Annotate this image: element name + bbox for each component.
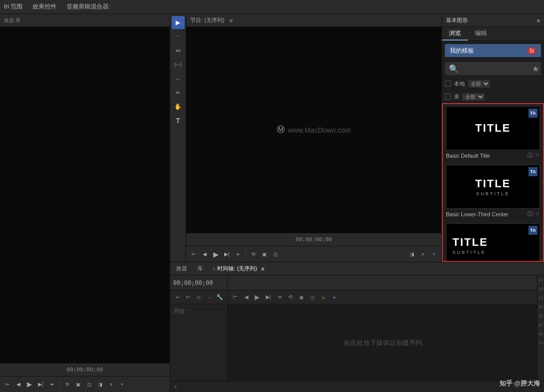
search-input[interactable] [461,66,530,72]
eg-menu-icon[interactable]: ≡ [537,18,540,24]
select-tool-btn[interactable]: ▶ [172,16,185,29]
prog-mark-in[interactable]: ⊢ [189,250,198,259]
tl-btn-step-fwd[interactable]: ▶| [264,293,273,302]
bottom-tab-effects[interactable]: 效器 [173,265,190,272]
timeline-menu-icon[interactable]: ≡ [261,266,264,272]
timeline-scrollbar[interactable]: 12 18 24 30 36 42 48 54 [537,275,544,381]
star-icon-1[interactable]: ☆ [535,152,540,159]
prog-step-back[interactable]: ◀ [200,250,209,259]
template-subtitle-3: SUBTITLE [452,250,486,255]
program-menu-icon[interactable]: ≡ [229,18,232,24]
timeline-empty-message: 在此处放下媒体以创建序列。 [228,304,544,381]
program-title: 节目: (无序列) [190,17,224,24]
text-tool-btn[interactable]: T [172,114,185,127]
search-icon: 🔍 [449,64,459,74]
bottom-tabs-bar: 效器 库 × 时间轴: (无序列) ≡ [170,262,544,275]
bottom-tab-library[interactable]: 库 [194,265,206,272]
library-checkbox[interactable] [445,94,451,100]
tl-btn-snap[interactable]: ▣ [297,293,306,302]
ruler-mark-6: 42 [537,320,544,329]
razor-tool-btn[interactable]: ✏ [172,86,185,99]
audio-mixer-menu[interactable]: 音频剪辑混合器: [67,3,110,11]
track-select-tool-btn[interactable]: ⋯ [172,30,185,43]
eg-tab-browse[interactable]: 浏览 [442,27,468,41]
effect-controls-menu[interactable]: 效果控件 [33,3,57,11]
program-timecode: 00;00;00;00 [186,233,441,246]
timeline-right: ⊢ ◀ ▶ ▶| ↠ ⟲ ▣ ◫ » + 在此处放下媒体以创建序列。 [228,275,544,381]
info-icon-1[interactable]: ⓘ [527,152,533,159]
template-title-2: TITLE [475,177,510,190]
prog-mark-out[interactable]: ↠ [233,250,242,259]
local-checkbox[interactable] [445,81,451,87]
template-title-3: TITLE [452,236,488,249]
tri-range-menu[interactable]: tri 范围 [4,3,23,11]
source-transport: ⊢ ◀ ▶ ▶| ↠ ⟲ ▣ ◫ ◨ » + [0,376,170,392]
prog-lift[interactable]: ◨ [407,250,416,259]
ta-icon-2: TA [528,167,537,176]
tl-btn-lift[interactable]: ⊡ [194,293,203,302]
source-step-fwd[interactable]: ▶| [36,380,45,389]
prog-safe[interactable]: ▣ [260,250,269,259]
tl-btn-step-back[interactable]: ◀ [242,293,251,302]
timeline-track-labels: 开始 [170,304,227,381]
source-monitor [0,27,170,363]
template-icons-1: ⓘ ☆ [527,152,540,159]
bottom-statusbar: ≡ [170,381,544,392]
prog-step-fwd[interactable]: ▶| [222,250,231,259]
tl-btn-prev[interactable]: ⊢ [231,293,240,302]
bottom-tab-timeline[interactable]: × 时间轴: (无序列) ≡ [210,265,267,272]
left-panel-header: 效器 库 [0,14,170,27]
right-side: ▶ ⋯ ⇔ |↔| ↔ ✏ ✋ T 节目: (无序列) ≡ Ⓜ www.MacD [170,14,544,392]
transport-divider-1 [59,380,60,388]
template-basic-default-title[interactable]: TA TITLE Basic Default Title ⓘ ☆ [446,106,540,161]
ta-icon-3: TA [528,226,537,235]
tl-btn-extract[interactable]: ⬦ [205,293,214,302]
tl-btn-undo[interactable]: ↩ [184,293,192,302]
local-select[interactable]: 全部 [468,80,490,88]
timecode-display: 00;00;00;00 [173,279,213,286]
source-go-start[interactable]: ⊢ [3,380,12,389]
prog-add[interactable]: + [429,250,438,259]
tl-btn-linked[interactable]: ◫ [308,293,317,302]
prog-extract[interactable]: » [418,250,427,259]
tl-add[interactable]: + [330,293,339,302]
statusbar-menu[interactable]: ≡ [174,384,177,389]
prog-play[interactable]: ▶ [211,250,220,259]
prog-loop[interactable]: ⟲ [249,250,258,259]
source-add[interactable]: + [118,380,127,389]
source-expand[interactable]: » [107,380,116,389]
source-loop[interactable]: ⟲ [63,380,72,389]
tl-btn-play-tl[interactable]: ▶ [253,293,262,302]
star-filter-icon[interactable]: ★ [532,64,539,74]
source-insert[interactable]: ◫ [85,380,94,389]
template-basic-lower-third-center[interactable]: TA TITLE SUBTITLE Basic Lower-Third Cent… [446,165,540,219]
template-subtitle-2: SUBTITLE [476,191,509,196]
source-safe[interactable]: ▣ [74,380,83,389]
tl-btn-ripple[interactable]: ⇐ [173,293,182,302]
library-select[interactable]: 全部 [462,93,484,101]
source-step-back[interactable]: ◀ [14,380,23,389]
ruler-mark-3: 24 [537,293,544,302]
eg-header: 基本图形 ≡ [442,14,544,27]
source-overwrite[interactable]: ◨ [96,380,105,389]
eg-tab-edit[interactable]: 编辑 [468,27,494,41]
my-templates-button[interactable]: 我的模板 St [445,44,541,57]
ripple-tool-btn[interactable]: ⇔ [172,44,185,57]
tl-expand[interactable]: » [319,293,328,302]
rolling-tool-btn[interactable]: |↔| [172,58,185,71]
star-icon-2[interactable]: ☆ [535,210,540,218]
source-play[interactable]: ▶ [25,380,34,389]
tl-btn-next[interactable]: ↠ [275,293,284,302]
program-transport: ⊢ ◀ ▶ ▶| ↠ ⟲ ▣ ◫ ◨ » + [186,246,441,262]
rate-stretch-tool-btn[interactable]: ↔ [172,72,185,85]
source-timecode-value: 00;00;00;00 [67,366,103,373]
timeline-tab-close[interactable]: × [213,266,215,271]
tl-btn-loop2[interactable]: ⟲ [286,293,295,302]
source-go-end[interactable]: ↠ [47,380,56,389]
tl-btn-wrench[interactable]: 🔧 [216,293,224,302]
prog-insert[interactable]: ◫ [271,250,280,259]
slip-tool-btn[interactable]: ✋ [172,100,185,113]
template-basic-lower-third-left[interactable]: TA TITLE SUBTITLE Basic Lower-Third Left… [446,223,540,262]
info-icon-2[interactable]: ⓘ [527,210,533,218]
timeline-left-toolbar: ⇐ ↩ ⊡ ⬦ 🔧 [170,290,227,304]
